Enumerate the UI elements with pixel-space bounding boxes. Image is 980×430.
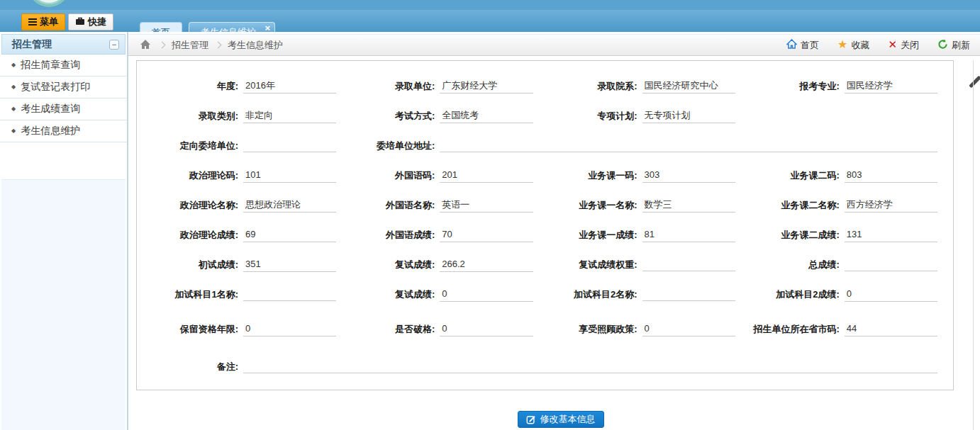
field-label: 专项计划: bbox=[543, 110, 642, 122]
field-label: 政治理论码: bbox=[137, 169, 243, 181]
menu-list-icon bbox=[28, 17, 37, 27]
field-label: 业务课一码: bbox=[543, 169, 642, 181]
sidebar-empty-area bbox=[1, 179, 126, 430]
form-row: 政治理论名称:思想政治理论外国语名称:英语一业务课一名称:数学三业务课二名称:西… bbox=[137, 190, 947, 220]
field-value[interactable]: 0 bbox=[845, 287, 937, 302]
field-label: 初试成绩: bbox=[137, 259, 243, 271]
breadcrumb-item: 招生管理 bbox=[172, 39, 208, 52]
field-label: 复试成绩: bbox=[346, 259, 440, 271]
sidebar-item-label: 招生简章查询 bbox=[21, 59, 80, 72]
field-value[interactable]: 0 bbox=[440, 287, 533, 302]
field-value[interactable]: 0 bbox=[243, 322, 336, 336]
field-value[interactable]: 思想政治理论 bbox=[243, 198, 336, 213]
menu-button-label: 菜单 bbox=[40, 16, 58, 28]
scroll-edge bbox=[973, 60, 974, 430]
field-label: 保留资格年限: bbox=[137, 323, 243, 335]
field-value[interactable]: 803 bbox=[845, 168, 937, 183]
quick-button[interactable]: 快捷 bbox=[68, 13, 113, 30]
field-label: 录取类别: bbox=[137, 110, 243, 122]
star-icon: ★ bbox=[837, 40, 847, 50]
chevron-right-icon bbox=[215, 42, 222, 49]
field-label: 是否破格: bbox=[346, 323, 440, 335]
diamond-bullet-icon: ◆ bbox=[11, 62, 16, 68]
field-label: 外国语名称: bbox=[346, 199, 440, 211]
field-value[interactable]: 131 bbox=[845, 227, 937, 242]
field-label: 复试成绩: bbox=[346, 288, 440, 300]
toolbar-star-button[interactable]: ★收藏 bbox=[837, 39, 869, 52]
field-value[interactable]: 101 bbox=[243, 168, 336, 183]
field-value[interactable] bbox=[243, 360, 937, 373]
school-logo bbox=[28, 0, 69, 7]
top-banner bbox=[0, 0, 980, 10]
sidebar-item-考生成绩查询[interactable]: ◆考生成绩查询 bbox=[0, 98, 127, 120]
form-row: 初试成绩:351复试成绩:266.2复试成绩权重:总成绩: bbox=[137, 249, 947, 279]
field-value[interactable] bbox=[243, 288, 336, 301]
field-value[interactable]: 81 bbox=[642, 227, 735, 242]
field-label: 政治理论名称: bbox=[137, 199, 243, 211]
edit-basic-info-button[interactable]: 修改基本信息 bbox=[518, 411, 604, 428]
home-icon bbox=[786, 39, 797, 51]
toolbar-close-button[interactable]: ✕关闭 bbox=[888, 39, 919, 52]
field-label: 享受照顾政策: bbox=[543, 323, 642, 335]
sidebar-group-header[interactable]: 招生管理 − bbox=[1, 34, 126, 55]
diamond-bullet-icon: ◆ bbox=[11, 128, 16, 134]
field-value[interactable]: 西方经济学 bbox=[845, 198, 937, 213]
sidebar: 招生管理 − ◆招生简章查询◆复试登记表打印◆考生成绩查询◆考生信息维护 bbox=[0, 32, 128, 430]
diamond-bullet-icon: ◆ bbox=[11, 106, 16, 112]
sidebar-item-复试登记表打印[interactable]: ◆复试登记表打印 bbox=[0, 77, 127, 98]
toolbar-refresh-button[interactable]: 刷新 bbox=[937, 39, 970, 52]
field-value[interactable]: 2016年 bbox=[243, 79, 336, 94]
form-row: 年度:2016年录取单位:广东财经大学录取院系:国民经济研究中心报考专业:国民经… bbox=[137, 71, 947, 101]
edit-pencil-icon bbox=[526, 414, 536, 424]
sidebar-item-label: 复试登记表打印 bbox=[21, 81, 90, 94]
sidebar-item-考生信息维护[interactable]: ◆考生信息维护 bbox=[0, 120, 127, 142]
field-value[interactable]: 70 bbox=[440, 227, 533, 242]
field-value[interactable] bbox=[642, 288, 735, 301]
form-row: 保留资格年限:0是否破格:0享受照顾政策:0招生单位所在省市码:44 bbox=[137, 309, 947, 349]
field-value[interactable]: 国民经济研究中心 bbox=[642, 79, 735, 94]
page-toolbar: 首页★收藏✕关闭刷新 bbox=[786, 39, 970, 52]
field-value[interactable]: 303 bbox=[642, 168, 735, 183]
sidebar-item-招生简章查询[interactable]: ◆招生简章查询 bbox=[0, 55, 127, 77]
edit-basic-info-label: 修改基本信息 bbox=[540, 413, 596, 426]
sidebar-item-label: 考生成绩查询 bbox=[21, 103, 80, 115]
refresh-icon bbox=[937, 39, 948, 52]
field-label: 业务课一名称: bbox=[543, 199, 642, 211]
field-label: 业务课二名称: bbox=[745, 199, 845, 211]
field-value[interactable] bbox=[440, 139, 937, 152]
toolbar-label: 收藏 bbox=[851, 39, 869, 52]
breadcrumb-item: 考生信息维护 bbox=[228, 39, 283, 52]
field-value[interactable]: 266.2 bbox=[440, 257, 533, 272]
field-label: 总成绩: bbox=[745, 259, 845, 271]
field-value[interactable]: 全国统考 bbox=[440, 108, 533, 123]
field-value[interactable] bbox=[243, 139, 336, 152]
collapse-icon[interactable]: − bbox=[109, 40, 119, 50]
home-icon bbox=[140, 39, 151, 52]
field-value[interactable]: 69 bbox=[243, 227, 336, 242]
field-value[interactable]: 广东财经大学 bbox=[440, 79, 533, 94]
field-value[interactable]: 国民经济学 bbox=[845, 79, 937, 94]
field-value[interactable]: 数学三 bbox=[642, 198, 735, 213]
field-value[interactable]: 351 bbox=[243, 257, 336, 272]
field-value[interactable]: 无专项计划 bbox=[642, 108, 735, 123]
form-row: 加试科目1名称:复试成绩:0加试科目2名称:加试科目2成绩:0 bbox=[137, 279, 947, 309]
form-row: 政治理论码:101外国语码:201业务课一码:303业务课二码:803 bbox=[137, 160, 947, 190]
toolbar-home-button[interactable]: 首页 bbox=[786, 39, 819, 52]
field-value[interactable]: 非定向 bbox=[243, 108, 336, 123]
field-value[interactable]: 0 bbox=[642, 322, 735, 336]
menu-button[interactable]: 菜单 bbox=[21, 13, 65, 30]
field-label: 考试方式: bbox=[346, 110, 440, 122]
field-value[interactable] bbox=[845, 258, 937, 271]
sidebar-item-label: 考生信息维护 bbox=[21, 125, 80, 137]
candidate-info-form: 年度:2016年录取单位:广东财经大学录取院系:国民经济研究中心报考专业:国民经… bbox=[136, 60, 954, 390]
field-label: 备注: bbox=[137, 361, 243, 373]
field-value[interactable]: 201 bbox=[440, 168, 533, 183]
breadcrumb: 招生管理考生信息维护 bbox=[152, 39, 283, 52]
field-value[interactable]: 0 bbox=[440, 322, 533, 336]
field-label: 业务课二码: bbox=[745, 169, 845, 181]
diamond-bullet-icon: ◆ bbox=[11, 84, 16, 90]
field-value[interactable]: 英语一 bbox=[440, 198, 533, 213]
field-value[interactable] bbox=[642, 258, 735, 271]
field-value[interactable]: 44 bbox=[845, 322, 937, 336]
field-label: 定向委培单位: bbox=[137, 140, 243, 152]
